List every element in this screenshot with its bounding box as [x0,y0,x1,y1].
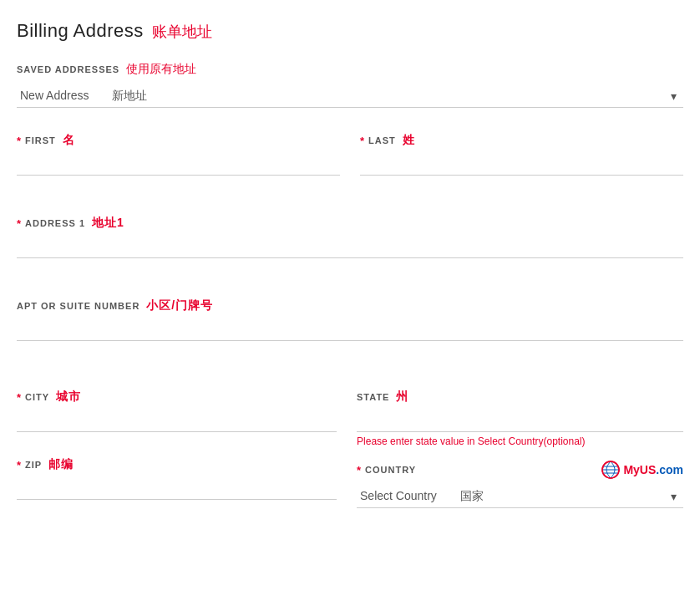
last-required-star: * [360,135,365,147]
country-select[interactable]: Select Country 国家 [357,484,683,508]
address1-label-text: ADDRESS 1 [25,218,85,228]
country-select-wrapper: Select Country 国家 ▾ [357,484,683,508]
saved-addresses-label: SAVED ADDRESSES [17,64,119,74]
first-label-text: FIRST [25,135,56,145]
state-country-col: STATE 州 Please enter state value in Sele… [357,390,683,508]
city-label-cn: 城市 [56,390,81,405]
page-title-cn: 账单地址 [152,22,212,42]
city-label-text: CITY [25,392,49,402]
last-field-col: * LAST 姓 [360,133,683,176]
state-label: STATE 州 [357,390,683,405]
address1-label-cn: 地址1 [92,216,124,231]
last-label-text: LAST [368,135,396,145]
state-label-cn: 州 [396,390,408,405]
country-label-row: * COUNTRY MyUS.com [357,461,683,479]
address1-field-col: * ADDRESS 1 地址1 [17,216,683,258]
address1-required-star: * [17,217,22,230]
apt-label-text: APT OR SUITE NUMBER [17,301,139,311]
saved-addresses-select-wrapper: New Address 新地址 ▾ [17,84,683,108]
first-label-cn: 名 [63,133,75,148]
apt-input[interactable] [17,317,683,341]
myus-logo: MyUS.com [601,461,683,479]
apt-label: APT OR SUITE NUMBER 小区/门牌号 [17,298,683,313]
country-label-text: COUNTRY [365,465,416,475]
apt-label-cn: 小区/门牌号 [146,298,213,313]
address1-input[interactable] [17,234,683,258]
myus-com: .com [656,463,683,476]
state-label-text: STATE [357,392,389,402]
first-required-star: * [17,135,22,147]
myus-brand: MyUS [623,463,656,476]
zip-required-star: * [17,459,22,471]
last-label-cn: 姓 [403,133,415,148]
zip-label-text: ZIP [25,460,42,470]
page-title: Billing Address [17,20,144,42]
last-label: * LAST 姓 [360,133,683,148]
zip-input[interactable] [17,476,337,500]
zip-label: * ZIP 邮编 [17,457,337,472]
address1-label: * ADDRESS 1 地址1 [17,216,683,231]
apt-field-col: APT OR SUITE NUMBER 小区/门牌号 [17,298,683,341]
country-label: * COUNTRY [357,464,416,476]
city-zip-col: * CITY 城市 * ZIP 邮编 [17,390,337,508]
saved-addresses-select[interactable]: New Address 新地址 [17,84,683,108]
globe-icon [601,461,620,479]
city-label: * CITY 城市 [17,390,337,405]
state-hint: Please enter state value in Select Count… [357,435,683,447]
first-input[interactable] [17,151,340,176]
country-required-star: * [357,464,362,476]
city-required-star: * [17,391,22,404]
city-input[interactable] [17,408,337,432]
myus-text: MyUS.com [623,463,683,476]
last-input[interactable] [360,151,683,176]
saved-addresses-label-cn: 使用原有地址 [126,62,196,77]
first-field-col: * FIRST 名 [17,133,340,176]
first-label: * FIRST 名 [17,133,340,148]
zip-label-cn: 邮编 [48,457,74,472]
state-input[interactable] [357,408,683,432]
